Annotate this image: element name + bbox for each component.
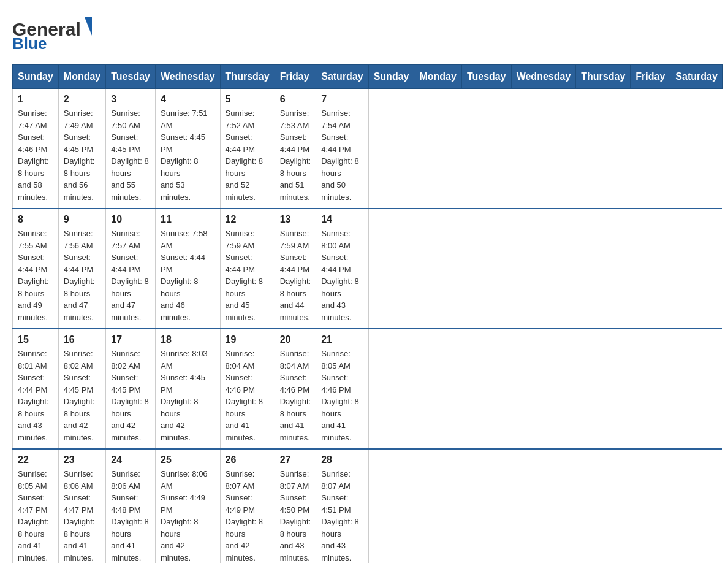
day-number: 3 xyxy=(111,94,150,105)
day-info: Sunrise: 7:57 AM Sunset: 4:44 PM Dayligh… xyxy=(111,228,150,323)
col-header-wednesday: Wednesday xyxy=(511,65,576,89)
calendar-table: SundayMondayTuesdayWednesdayThursdayFrid… xyxy=(12,64,723,563)
day-number: 14 xyxy=(321,214,363,225)
day-cell: 1 Sunrise: 7:47 AM Sunset: 4:46 PM Dayli… xyxy=(13,89,59,209)
svg-marker-1 xyxy=(85,17,92,36)
day-number: 13 xyxy=(280,214,311,225)
col-header-monday: Monday xyxy=(414,65,461,89)
day-cell: 9 Sunrise: 7:56 AM Sunset: 4:44 PM Dayli… xyxy=(58,209,105,329)
day-cell: 23 Sunrise: 8:06 AM Sunset: 4:47 PM Dayl… xyxy=(58,449,105,563)
day-cell: 21 Sunrise: 8:05 AM Sunset: 4:46 PM Dayl… xyxy=(316,329,368,449)
day-number: 1 xyxy=(18,94,53,105)
week-row-2: 8 Sunrise: 7:55 AM Sunset: 4:44 PM Dayli… xyxy=(13,209,723,329)
col-header-friday: Friday xyxy=(275,65,316,89)
week-row-3: 15 Sunrise: 8:01 AM Sunset: 4:44 PM Dayl… xyxy=(13,329,723,449)
day-info: Sunrise: 7:54 AM Sunset: 4:44 PM Dayligh… xyxy=(321,107,363,203)
day-number: 8 xyxy=(18,214,53,225)
day-info: Sunrise: 8:06 AM Sunset: 4:47 PM Dayligh… xyxy=(64,468,100,563)
day-cell: 27 Sunrise: 8:07 AM Sunset: 4:50 PM Dayl… xyxy=(275,449,316,563)
day-info: Sunrise: 8:02 AM Sunset: 4:45 PM Dayligh… xyxy=(64,348,100,443)
day-cell: 19 Sunrise: 8:04 AM Sunset: 4:46 PM Dayl… xyxy=(220,329,275,449)
week-row-4: 22 Sunrise: 8:05 AM Sunset: 4:47 PM Dayl… xyxy=(13,449,723,563)
day-info: Sunrise: 8:00 AM Sunset: 4:44 PM Dayligh… xyxy=(321,228,363,323)
day-number: 15 xyxy=(18,334,53,345)
day-info: Sunrise: 8:05 AM Sunset: 4:47 PM Dayligh… xyxy=(18,468,53,563)
day-number: 22 xyxy=(18,454,53,465)
day-info: Sunrise: 7:58 AM Sunset: 4:44 PM Dayligh… xyxy=(161,228,215,323)
day-number: 2 xyxy=(64,94,100,105)
day-cell: 20 Sunrise: 8:04 AM Sunset: 4:46 PM Dayl… xyxy=(275,329,316,449)
logo: General Blue xyxy=(12,12,98,52)
day-number: 4 xyxy=(161,94,215,105)
day-info: Sunrise: 7:49 AM Sunset: 4:45 PM Dayligh… xyxy=(64,107,100,203)
day-cell: 2 Sunrise: 7:49 AM Sunset: 4:45 PM Dayli… xyxy=(58,89,105,209)
day-info: Sunrise: 7:56 AM Sunset: 4:44 PM Dayligh… xyxy=(64,228,100,323)
day-info: Sunrise: 8:07 AM Sunset: 4:49 PM Dayligh… xyxy=(226,468,270,563)
day-cell: 17 Sunrise: 8:02 AM Sunset: 4:45 PM Dayl… xyxy=(106,329,156,449)
day-info: Sunrise: 7:51 AM Sunset: 4:45 PM Dayligh… xyxy=(161,107,215,203)
day-info: Sunrise: 8:07 AM Sunset: 4:50 PM Dayligh… xyxy=(280,468,311,563)
header-row: SundayMondayTuesdayWednesdayThursdayFrid… xyxy=(13,65,723,89)
day-cell: 26 Sunrise: 8:07 AM Sunset: 4:49 PM Dayl… xyxy=(220,449,275,563)
day-info: Sunrise: 8:05 AM Sunset: 4:46 PM Dayligh… xyxy=(321,348,363,443)
day-info: Sunrise: 8:03 AM Sunset: 4:45 PM Dayligh… xyxy=(161,348,215,443)
day-info: Sunrise: 8:06 AM Sunset: 4:48 PM Dayligh… xyxy=(111,468,150,563)
day-cell: 15 Sunrise: 8:01 AM Sunset: 4:44 PM Dayl… xyxy=(13,329,59,449)
col-header-saturday: Saturday xyxy=(670,65,722,89)
day-info: Sunrise: 7:52 AM Sunset: 4:44 PM Dayligh… xyxy=(226,107,270,203)
day-cell: 6 Sunrise: 7:53 AM Sunset: 4:44 PM Dayli… xyxy=(275,89,316,209)
day-info: Sunrise: 8:07 AM Sunset: 4:51 PM Dayligh… xyxy=(321,468,363,563)
day-info: Sunrise: 8:04 AM Sunset: 4:46 PM Dayligh… xyxy=(280,348,311,443)
day-number: 12 xyxy=(226,214,270,225)
day-cell: 18 Sunrise: 8:03 AM Sunset: 4:45 PM Dayl… xyxy=(155,329,220,449)
day-number: 7 xyxy=(321,94,363,105)
day-number: 21 xyxy=(321,334,363,345)
day-info: Sunrise: 7:59 AM Sunset: 4:44 PM Dayligh… xyxy=(226,228,270,323)
day-cell: 8 Sunrise: 7:55 AM Sunset: 4:44 PM Dayli… xyxy=(13,209,59,329)
day-info: Sunrise: 7:55 AM Sunset: 4:44 PM Dayligh… xyxy=(18,228,53,323)
week-row-1: 1 Sunrise: 7:47 AM Sunset: 4:46 PM Dayli… xyxy=(13,89,723,209)
day-number: 28 xyxy=(321,454,363,465)
day-cell: 16 Sunrise: 8:02 AM Sunset: 4:45 PM Dayl… xyxy=(58,329,105,449)
col-header-tuesday: Tuesday xyxy=(106,65,156,89)
day-number: 17 xyxy=(111,334,150,345)
day-cell: 22 Sunrise: 8:05 AM Sunset: 4:47 PM Dayl… xyxy=(13,449,59,563)
day-info: Sunrise: 7:53 AM Sunset: 4:44 PM Dayligh… xyxy=(280,107,311,203)
logo-svg: General Blue xyxy=(12,12,98,52)
page-header: General Blue xyxy=(12,12,716,52)
day-number: 18 xyxy=(161,334,215,345)
day-number: 25 xyxy=(161,454,215,465)
day-cell: 7 Sunrise: 7:54 AM Sunset: 4:44 PM Dayli… xyxy=(316,89,368,209)
day-cell: 28 Sunrise: 8:07 AM Sunset: 4:51 PM Dayl… xyxy=(316,449,368,563)
day-cell: 5 Sunrise: 7:52 AM Sunset: 4:44 PM Dayli… xyxy=(220,89,275,209)
day-number: 26 xyxy=(226,454,270,465)
svg-text:Blue: Blue xyxy=(12,34,47,52)
col-header-wednesday: Wednesday xyxy=(155,65,220,89)
day-number: 16 xyxy=(64,334,100,345)
day-cell: 10 Sunrise: 7:57 AM Sunset: 4:44 PM Dayl… xyxy=(106,209,156,329)
day-cell: 4 Sunrise: 7:51 AM Sunset: 4:45 PM Dayli… xyxy=(155,89,220,209)
col-header-sunday: Sunday xyxy=(368,65,414,89)
day-cell: 14 Sunrise: 8:00 AM Sunset: 4:44 PM Dayl… xyxy=(316,209,368,329)
day-cell: 3 Sunrise: 7:50 AM Sunset: 4:45 PM Dayli… xyxy=(106,89,156,209)
day-info: Sunrise: 8:04 AM Sunset: 4:46 PM Dayligh… xyxy=(226,348,270,443)
col-header-thursday: Thursday xyxy=(576,65,631,89)
day-number: 19 xyxy=(226,334,270,345)
day-number: 6 xyxy=(280,94,311,105)
day-number: 9 xyxy=(64,214,100,225)
day-info: Sunrise: 7:50 AM Sunset: 4:45 PM Dayligh… xyxy=(111,107,150,203)
col-header-friday: Friday xyxy=(631,65,670,89)
day-number: 20 xyxy=(280,334,311,345)
col-header-sunday: Sunday xyxy=(13,65,59,89)
day-info: Sunrise: 8:06 AM Sunset: 4:49 PM Dayligh… xyxy=(161,468,215,563)
day-cell: 12 Sunrise: 7:59 AM Sunset: 4:44 PM Dayl… xyxy=(220,209,275,329)
day-info: Sunrise: 7:47 AM Sunset: 4:46 PM Dayligh… xyxy=(18,107,53,203)
day-info: Sunrise: 8:02 AM Sunset: 4:45 PM Dayligh… xyxy=(111,348,150,443)
day-number: 23 xyxy=(64,454,100,465)
day-number: 10 xyxy=(111,214,150,225)
col-header-thursday: Thursday xyxy=(220,65,275,89)
col-header-tuesday: Tuesday xyxy=(461,65,511,89)
col-header-saturday: Saturday xyxy=(316,65,368,89)
day-cell: 24 Sunrise: 8:06 AM Sunset: 4:48 PM Dayl… xyxy=(106,449,156,563)
col-header-monday: Monday xyxy=(58,65,105,89)
